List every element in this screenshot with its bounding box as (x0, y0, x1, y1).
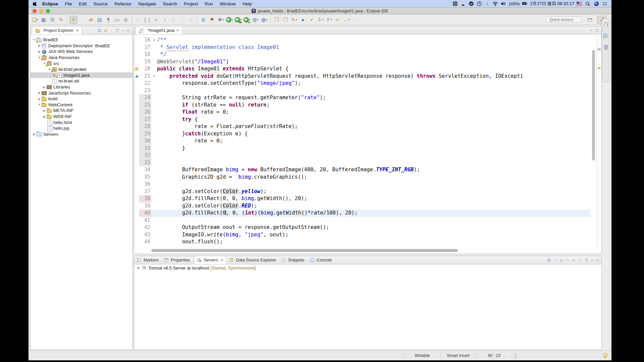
expand-arrow-icon[interactable]: ▶ (38, 50, 41, 53)
code-line-41[interactable]: 41 (134, 217, 590, 224)
spotlight-icon[interactable] (585, 1, 591, 7)
outline-view-icon[interactable] (603, 33, 609, 40)
code-line-43[interactable]: 43 ImageIO.write(bimg, "jpeg", oout); (134, 231, 590, 239)
code-line-24[interactable]: 24 String strRate = request.getParameter… (134, 94, 590, 102)
focus-icon[interactable]: ◌ (111, 28, 113, 33)
code-line-31[interactable]: 31 } (134, 145, 590, 152)
menu-item-project[interactable]: Project (180, 1, 201, 6)
tree-item-webcontent[interactable]: ▼WebContent (31, 102, 132, 108)
step-return-button[interactable]: ↻ (187, 16, 195, 24)
minimize-icon[interactable]: – (591, 258, 593, 262)
tree-item-image01-java[interactable]: ▶Image01.java (31, 72, 132, 78)
dropdown-arrow-icon[interactable]: ▾ (357, 18, 359, 21)
tab-snippets[interactable]: Snippets (279, 256, 307, 264)
code-line-29[interactable]: 29 }catch(Exception e) { (134, 130, 590, 138)
code-line-23[interactable]: 23 (134, 87, 590, 95)
tab-markers[interactable]: Markers (134, 256, 161, 264)
quick-access-input[interactable] (546, 16, 582, 23)
horizontal-scrollbar[interactable] (139, 249, 590, 253)
forward-button[interactable]: →▾ (351, 16, 359, 24)
close-editor-icon[interactable]: ✕ (176, 28, 179, 33)
view-menu-icon[interactable]: ▽ (116, 28, 119, 33)
dropdown-arrow-icon[interactable]: ▾ (348, 18, 350, 21)
tree-item-deployment-descriptor-bradee[interactable]: ▶Deployment Descriptor: BradEE (31, 43, 132, 49)
web-service-button[interactable]: ◍▾ (260, 16, 268, 24)
breakpoints-button[interactable]: ⚑ (208, 16, 216, 24)
close-icon[interactable]: ✕ (220, 258, 223, 262)
tab-properties[interactable]: Properties (161, 256, 193, 264)
close-window-button[interactable] (33, 9, 37, 13)
collapse-all-icon[interactable]: ⊟ (98, 28, 101, 33)
tree-item-meta-inf[interactable]: ▶META-INF (31, 108, 132, 114)
new-wizard-button[interactable]: ❏▾ (31, 16, 39, 24)
resume-button[interactable]: ▷ (134, 16, 142, 24)
tab-image01-java[interactable]: *Image01.java ✕ (136, 26, 182, 34)
tree-item-tw-brad-javaee[interactable]: ▼tw.brad.javaee (31, 66, 132, 72)
code-editor[interactable]: 16⊖/**17 * Servlet implementation class … (134, 35, 590, 248)
menu-item-source[interactable]: Source (90, 1, 111, 6)
menu-item-eclipse[interactable]: Eclipse (39, 1, 61, 6)
suspend-button[interactable]: ❚❚ (143, 16, 151, 24)
step-over-button[interactable]: ⇡ (178, 16, 186, 24)
new-server-button[interactable]: ◍▾ (252, 16, 260, 24)
debug-server-icon[interactable]: ✳ (554, 258, 557, 262)
code-line-37[interactable]: 37 g2d.setColor(Color.yellow); (134, 188, 590, 195)
server-row[interactable]: ▶ Tomcat v8.5 Server at localhost [Start… (134, 264, 601, 271)
refresh-button[interactable]: ◌ (78, 16, 86, 24)
flag-icon[interactable] (577, 1, 582, 7)
menu-item-edit[interactable]: Edit (75, 1, 90, 6)
tree-item-jax-ws-web-services[interactable]: ▶JAX-WS Web Services (31, 49, 132, 55)
terminate-button[interactable]: ■ (152, 16, 160, 24)
dropdown-arrow-icon[interactable]: ▾ (240, 18, 242, 21)
code-line-28[interactable]: 28 rate = Float.parseFloat(strRate); (134, 123, 590, 130)
fold-collapse-icon[interactable]: ⊖ (151, 37, 157, 44)
code-line-30[interactable]: 30 rate = 0; (134, 137, 590, 145)
minimize-window-button[interactable] (39, 9, 43, 13)
view-menu-icon[interactable]: ▽ (585, 258, 588, 262)
tab-servers[interactable]: Servers✕ (194, 256, 226, 264)
spell-check-button[interactable]: ⊘ (122, 16, 130, 24)
code-line-26[interactable]: 26 float rate = 0; (134, 109, 590, 116)
close-icon[interactable]: ✕ (76, 28, 79, 33)
dropdown-arrow-icon[interactable]: ▾ (222, 18, 224, 21)
collapse-arrow-icon[interactable]: ▼ (38, 103, 41, 106)
control-center-icon[interactable] (602, 1, 607, 7)
report-button[interactable]: ▤ (96, 16, 104, 24)
expand-arrow-icon[interactable]: ▶ (38, 97, 41, 101)
code-line-33[interactable]: 33 (134, 159, 590, 167)
vertical-scrollbar[interactable] (592, 50, 595, 161)
record-icon[interactable] (452, 1, 458, 7)
menu-item-search[interactable]: Search (159, 1, 180, 6)
tab-project-explorer[interactable]: Project Explorer ✕ (32, 26, 82, 35)
dropdown-arrow-icon[interactable]: ▾ (232, 18, 233, 21)
open-resource-button[interactable]: ❒ (273, 16, 281, 24)
overview-ruler[interactable] (596, 35, 601, 248)
stop-server-icon[interactable]: ■ (573, 258, 575, 262)
menu-item-file[interactable]: File (61, 1, 75, 6)
tree-item-libraries[interactable]: ▶Libraries (31, 84, 132, 90)
maximize-view-icon[interactable]: □ (127, 28, 130, 33)
code-line-32[interactable]: 32 (134, 152, 590, 159)
bluetooth-icon[interactable] (484, 1, 490, 7)
code-line-27[interactable]: 27 try { (134, 116, 590, 123)
tree-item-web-inf[interactable]: ▶WEB-INF (31, 114, 132, 120)
publish-icon[interactable]: ◫ (578, 258, 582, 262)
task-list-view-icon[interactable] (603, 45, 609, 51)
tree-item-build[interactable]: ▶build (31, 96, 132, 102)
open-console-button[interactable]: ▭ (113, 16, 121, 24)
back-button[interactable]: ←▾ (342, 16, 351, 24)
code-line-36[interactable]: 36 (134, 181, 590, 188)
expand-arrow-icon[interactable]: ▶ (43, 85, 46, 89)
tree-item-hello-html[interactable]: hello.html (31, 119, 132, 125)
validate-button[interactable]: ✓ (308, 16, 316, 24)
save-all-button[interactable]: ⧉ (48, 16, 56, 24)
vlc-icon[interactable] (460, 1, 466, 7)
run-button[interactable]: ▶▾ (225, 16, 233, 24)
status-drag-handle[interactable] (514, 353, 517, 358)
code-line-42[interactable]: 42 OutputStream oout = response.getOutpu… (134, 224, 590, 231)
code-line-22[interactable]: 22 response.setContentType("image/jpeg")… (134, 80, 590, 87)
code-line-20[interactable]: 20public class Image01 extends HttpServl… (134, 65, 590, 73)
debug-button[interactable]: ✳▾ (217, 16, 225, 24)
zoom-window-button[interactable] (46, 9, 50, 13)
battery-icon[interactable] (522, 1, 528, 7)
